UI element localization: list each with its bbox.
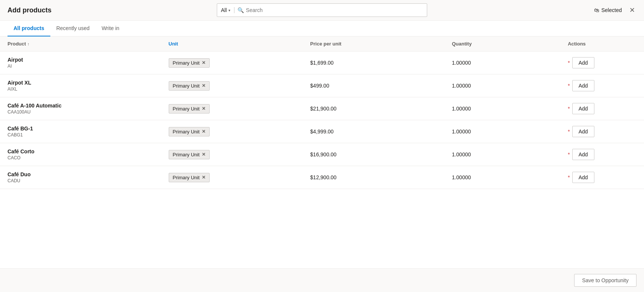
actions-cell: * Add [560,143,644,166]
product-cell: Café Corto CACO [0,143,161,166]
quantity-cell: 1.00000 [444,74,561,97]
sort-asc-icon: ↑ [27,42,30,46]
unit-tag-remove-icon[interactable]: ✕ [202,106,206,111]
modal-footer: Save to Opportunity [0,268,644,292]
modal-title: Add products [8,6,51,14]
price-cell: $21,900.00 [303,97,444,120]
unit-tag-label: Primary Unit [173,129,200,135]
table-row: Airpot XL AIXL Primary Unit ✕ $499.00 1.… [0,74,644,97]
product-name: Café BG-1 [8,126,154,132]
unit-tag[interactable]: Primary Unit ✕ [169,150,210,159]
product-cell: Airpot AI [0,51,161,74]
table-row: Café A-100 Automatic CAA100AU Primary Un… [0,97,644,120]
column-header-quantity: Quantity [444,36,561,51]
unit-tag[interactable]: Primary Unit ✕ [169,173,210,182]
product-name: Airpot [8,57,154,63]
shopping-bag-icon: 🛍 [594,7,599,13]
unit-tag[interactable]: Primary Unit ✕ [169,58,210,68]
close-button[interactable]: ✕ [628,5,636,15]
quantity-cell: 1.00000 [444,143,561,166]
unit-tag-label: Primary Unit [173,152,200,157]
table-row: Café BG-1 CABG1 Primary Unit ✕ $4,999.00… [0,120,644,143]
unit-tag-remove-icon[interactable]: ✕ [202,129,206,134]
header-actions: 🛍 Selected ✕ [594,5,636,15]
save-to-opportunity-button[interactable]: Save to Opportunity [574,274,636,287]
unit-tag[interactable]: Primary Unit ✕ [169,127,210,136]
products-table-container: Product ↑ Unit Price per unit Quantity A… [0,36,644,268]
selected-label: Selected [602,7,622,13]
add-product-button[interactable]: Add [572,172,594,183]
quantity-cell: 1.00000 [444,120,561,143]
product-code: CABG1 [8,132,154,138]
table-row: Café Corto CACO Primary Unit ✕ $16,900.0… [0,143,644,166]
unit-cell: Primary Unit ✕ [161,74,303,97]
actions-cell: * Add [560,51,644,74]
unit-cell: Primary Unit ✕ [161,51,303,74]
search-filter-dropdown[interactable]: All ▾ [221,7,234,13]
add-product-button[interactable]: Add [572,57,594,68]
actions-cell: * Add [560,74,644,97]
search-bar: All ▾ 🔍 [217,3,427,17]
unit-tag-label: Primary Unit [173,106,200,112]
unit-tag-label: Primary Unit [173,175,200,180]
quantity-cell: 1.00000 [444,51,561,74]
product-cell: Café BG-1 CABG1 [0,120,161,143]
product-code: CACO [8,155,154,160]
quantity-cell: 1.00000 [444,166,561,189]
product-name: Airpot XL [8,80,154,86]
product-cell: Airpot XL AIXL [0,74,161,97]
column-header-product: Product ↑ [0,36,161,51]
table-row: Airpot AI Primary Unit ✕ $1,699.00 1.000… [0,51,644,74]
tab-all-products[interactable]: All products [8,21,50,36]
actions-cell: * Add [560,120,644,143]
product-cell: Café Duo CADU [0,166,161,189]
chevron-down-icon: ▾ [228,8,230,12]
search-input[interactable] [246,7,423,13]
unit-tag-label: Primary Unit [173,60,200,66]
price-cell: $16,900.00 [303,143,444,166]
unit-cell: Primary Unit ✕ [161,120,303,143]
unit-tag-remove-icon[interactable]: ✕ [202,175,206,180]
tab-recently-used[interactable]: Recently used [50,21,96,36]
add-product-button[interactable]: Add [572,149,594,160]
tab-write-in[interactable]: Write in [95,21,125,36]
unit-tag-remove-icon[interactable]: ✕ [202,60,206,65]
add-product-button[interactable]: Add [572,80,594,91]
required-indicator: * [568,83,570,89]
column-header-price: Price per unit [303,36,444,51]
table-header-row: Product ↑ Unit Price per unit Quantity A… [0,36,644,51]
required-indicator: * [568,129,570,135]
actions-cell: * Add [560,166,644,189]
column-header-unit: Unit [161,36,303,51]
product-code: AIXL [8,86,154,92]
quantity-cell: 1.00000 [444,97,561,120]
add-products-modal: Add products All ▾ 🔍 🛍 Selected ✕ All pr… [0,0,644,292]
unit-cell: Primary Unit ✕ [161,97,303,120]
unit-cell: Primary Unit ✕ [161,143,303,166]
product-cell: Café A-100 Automatic CAA100AU [0,97,161,120]
product-code: AI [8,64,154,69]
price-cell: $499.00 [303,74,444,97]
products-table: Product ↑ Unit Price per unit Quantity A… [0,36,644,189]
unit-tag[interactable]: Primary Unit ✕ [169,81,210,91]
required-indicator: * [568,151,570,157]
unit-tag[interactable]: Primary Unit ✕ [169,104,210,113]
required-indicator: * [568,60,570,66]
product-name: Café A-100 Automatic [8,103,154,109]
unit-cell: Primary Unit ✕ [161,166,303,189]
required-indicator: * [568,174,570,180]
unit-tag-remove-icon[interactable]: ✕ [202,83,206,88]
product-name: Café Corto [8,148,154,154]
tabs-bar: All products Recently used Write in [0,21,644,36]
unit-tag-label: Primary Unit [173,83,200,89]
add-product-button[interactable]: Add [572,126,594,137]
product-code: CADU [8,178,154,183]
product-name: Café Duo [8,171,154,177]
unit-tag-remove-icon[interactable]: ✕ [202,152,206,157]
selected-button[interactable]: 🛍 Selected [594,7,622,13]
product-code: CAA100AU [8,109,154,115]
add-product-button[interactable]: Add [572,103,594,114]
required-indicator: * [568,106,570,112]
actions-cell: * Add [560,97,644,120]
search-icon: 🔍 [237,7,244,13]
